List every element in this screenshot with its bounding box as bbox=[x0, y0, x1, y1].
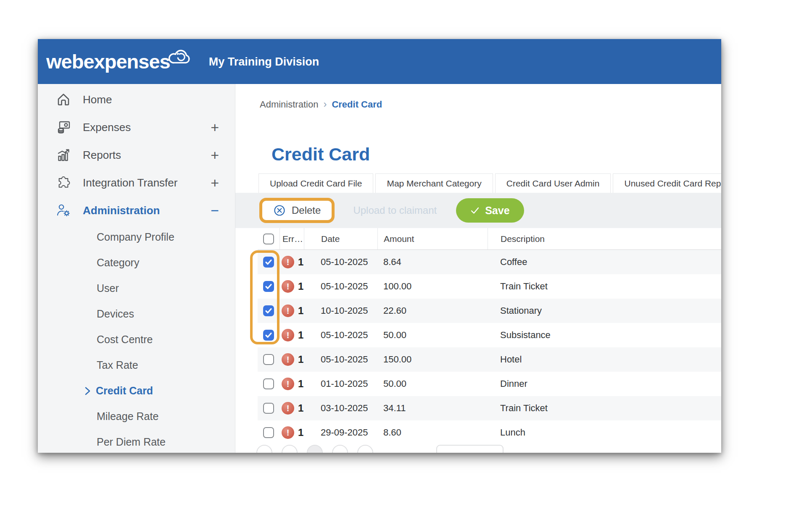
row-checkbox[interactable] bbox=[263, 330, 274, 341]
sidebar-item-label: Company Profile bbox=[97, 231, 174, 243]
sidebar-item[interactable]: Mileage Rate bbox=[38, 404, 235, 429]
row-checkbox[interactable] bbox=[263, 305, 274, 316]
error-icon: ! bbox=[282, 402, 294, 415]
description-cell: Subsistance bbox=[488, 330, 721, 341]
amount-cell: 150.00 bbox=[377, 354, 488, 365]
amount-cell: 100.00 bbox=[377, 281, 488, 292]
administration-icon bbox=[55, 202, 71, 218]
table-row: ! 1 10-10-2025 22.60 Stationary bbox=[258, 299, 721, 323]
upload-to-claimant-button[interactable]: Upload to claimant bbox=[353, 205, 437, 216]
cloud-refresh-icon bbox=[167, 46, 193, 67]
sidebar-item-label: Integration Transfer bbox=[83, 176, 177, 189]
errors-column-header[interactable]: Err… bbox=[279, 228, 304, 249]
tab[interactable]: Map Merchant Category bbox=[375, 173, 493, 193]
sidebar-item[interactable]: Per Diem Rate bbox=[38, 429, 235, 453]
select-all-checkbox[interactable] bbox=[263, 234, 274, 244]
breadcrumb-separator-icon: › bbox=[323, 98, 327, 110]
delete-button[interactable]: Delete bbox=[259, 198, 335, 223]
expand-toggle-icon[interactable]: + bbox=[211, 147, 219, 163]
row-checkbox[interactable] bbox=[263, 403, 274, 414]
pagination bbox=[256, 445, 721, 453]
table-row: ! 1 05-10-2025 8.64 Coffee bbox=[258, 250, 721, 274]
row-checkbox[interactable] bbox=[263, 257, 274, 268]
breadcrumb-parent[interactable]: Administration bbox=[260, 99, 318, 110]
page-size-select[interactable] bbox=[436, 445, 504, 453]
errors-cell: ! 1 bbox=[279, 280, 304, 293]
division-name: My Training Division bbox=[209, 55, 319, 68]
error-icon: ! bbox=[282, 329, 294, 341]
row-checkbox[interactable] bbox=[263, 281, 274, 292]
main-content: Administration › Credit Card Credit Card… bbox=[235, 84, 721, 453]
row-checkbox[interactable] bbox=[263, 427, 274, 438]
table-body: ! 1 05-10-2025 8.64 Coffee bbox=[258, 250, 721, 445]
pagination-dot[interactable] bbox=[357, 445, 373, 453]
tab[interactable]: Credit Card User Admin bbox=[495, 173, 611, 193]
sidebar-item-label: Expenses bbox=[83, 121, 131, 134]
error-icon: ! bbox=[282, 304, 294, 317]
expand-toggle-icon[interactable]: + bbox=[211, 119, 219, 136]
app-header: webexpenses My Training Division bbox=[38, 39, 721, 84]
amount-cell: 8.64 bbox=[377, 257, 488, 268]
sidebar-item[interactable]: Integration Transfer + bbox=[38, 169, 235, 197]
table-header-row: Err… Date Amount Description bbox=[258, 228, 721, 250]
sidebar-item[interactable]: Company Profile bbox=[38, 224, 235, 250]
circle-x-icon bbox=[273, 204, 286, 217]
amount-cell: 50.00 bbox=[377, 330, 488, 341]
sidebar-item[interactable]: Cost Centre bbox=[38, 327, 235, 352]
sidebar-item[interactable]: User bbox=[38, 276, 235, 301]
error-icon: ! bbox=[282, 256, 294, 268]
sidebar-item-label: Mileage Rate bbox=[97, 410, 158, 423]
expand-toggle-icon[interactable]: + bbox=[211, 175, 219, 191]
description-column-header[interactable]: Description bbox=[488, 228, 721, 249]
save-button[interactable]: Save bbox=[456, 198, 524, 223]
description-cell: Lunch bbox=[488, 427, 721, 438]
date-column-header[interactable]: Date bbox=[304, 228, 377, 249]
check-icon bbox=[265, 258, 272, 266]
pagination-dot[interactable] bbox=[282, 445, 298, 453]
sidebar-item[interactable]: Home bbox=[38, 86, 235, 113]
breadcrumb-current[interactable]: Credit Card bbox=[332, 99, 382, 110]
sidebar-item-label: Administration bbox=[83, 204, 160, 217]
error-icon: ! bbox=[282, 353, 294, 366]
table-row: ! 1 05-10-2025 150.00 Hotel bbox=[258, 347, 721, 372]
sidebar-item[interactable]: Reports + bbox=[38, 141, 235, 169]
pagination-dot[interactable] bbox=[332, 445, 348, 453]
tab[interactable]: Unused Credit Card Report bbox=[613, 173, 721, 193]
table-row: ! 1 29-09-2025 8.60 Lunch bbox=[258, 420, 721, 445]
errors-cell: ! 1 bbox=[279, 256, 304, 268]
date-cell: 05-10-2025 bbox=[304, 257, 377, 268]
check-icon bbox=[470, 206, 480, 215]
check-icon bbox=[265, 283, 272, 290]
errors-cell: ! 1 bbox=[279, 353, 304, 366]
date-cell: 05-10-2025 bbox=[304, 330, 377, 341]
errors-cell: ! 1 bbox=[279, 329, 304, 341]
check-icon bbox=[265, 331, 272, 339]
amount-cell: 50.00 bbox=[377, 378, 488, 389]
sidebar-item[interactable]: Tax Rate bbox=[38, 352, 235, 378]
sidebar-item[interactable]: Administration − bbox=[38, 197, 235, 224]
row-checkbox[interactable] bbox=[263, 354, 274, 365]
error-icon: ! bbox=[282, 280, 294, 293]
date-cell: 05-10-2025 bbox=[304, 354, 377, 365]
date-cell: 29-09-2025 bbox=[304, 427, 377, 438]
chevron-right-icon bbox=[83, 386, 96, 396]
tab[interactable]: Upload Credit Card File bbox=[258, 173, 373, 193]
amount-column-header[interactable]: Amount bbox=[377, 228, 488, 249]
page-title: Credit Card bbox=[272, 144, 721, 165]
expand-toggle-icon[interactable]: − bbox=[211, 202, 219, 219]
sidebar-item[interactable]: Credit Card bbox=[38, 378, 235, 404]
sidebar-item[interactable]: Devices bbox=[38, 301, 235, 327]
integration-icon bbox=[55, 175, 71, 191]
brand-logo[interactable]: webexpenses bbox=[46, 50, 170, 73]
pagination-dot[interactable] bbox=[307, 445, 323, 453]
tab-bar: Upload Credit Card File Map Merchant Cat… bbox=[258, 173, 721, 193]
row-checkbox[interactable] bbox=[263, 378, 274, 389]
pagination-dot[interactable] bbox=[256, 445, 272, 453]
description-cell: Dinner bbox=[488, 378, 721, 389]
sidebar-item[interactable]: Expenses + bbox=[38, 113, 235, 141]
table-row: ! 1 03-10-2025 34.11 Train Ticket bbox=[258, 396, 721, 420]
toolbar: Delete Upload to claimant Save bbox=[235, 193, 721, 228]
description-cell: Train Ticket bbox=[488, 281, 721, 292]
errors-cell: ! 1 bbox=[279, 378, 304, 390]
sidebar-item[interactable]: Category bbox=[38, 250, 235, 276]
